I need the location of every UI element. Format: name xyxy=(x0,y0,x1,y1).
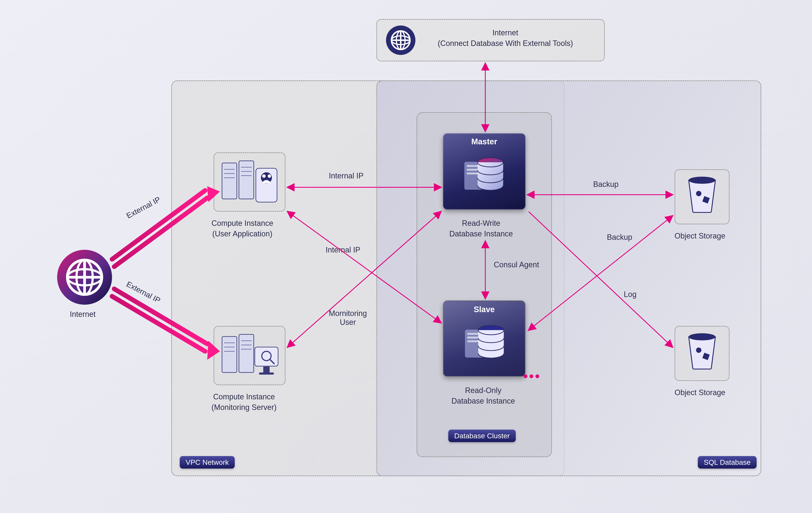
storage-bucket-icon xyxy=(682,330,722,375)
object-storage-top-caption: Object Storage xyxy=(674,231,725,241)
object-storage-bottom-caption: Object Storage xyxy=(674,387,725,398)
database-icon xyxy=(462,154,509,200)
internal-ip-label-1: Internal IP xyxy=(329,171,364,180)
svg-point-34 xyxy=(262,174,266,178)
text: Object Storage xyxy=(674,231,725,241)
svg-rect-9 xyxy=(467,340,478,342)
diagram-stage: Master Slave xyxy=(0,0,812,513)
svg-point-5 xyxy=(478,158,503,167)
svg-point-35 xyxy=(268,174,271,178)
svg-rect-7 xyxy=(467,333,478,335)
text: Internet xyxy=(70,309,95,320)
sql-database-badge: SQL Database xyxy=(698,456,757,468)
text: (Monitoring Server) xyxy=(211,402,277,413)
external-ip-label-1: External IP xyxy=(125,195,162,220)
compute-app-caption: Compute Instance (User Application) xyxy=(211,218,273,239)
svg-rect-24 xyxy=(222,163,237,199)
internal-ip-label-2: Internal IP xyxy=(326,245,360,254)
external-ip-label-2: External IP xyxy=(125,279,162,305)
svg-rect-1 xyxy=(467,165,478,167)
readwrite-caption: Read-Write Database Instance xyxy=(450,218,513,239)
server-rack-monitor-icon xyxy=(218,330,281,381)
ellipsis-more-icon xyxy=(524,374,539,378)
text: Database Instance xyxy=(450,228,513,239)
text: Compute Instance xyxy=(211,218,273,228)
master-title: Master xyxy=(443,137,525,146)
text: (User Application) xyxy=(211,228,273,239)
svg-rect-37 xyxy=(239,334,254,373)
svg-rect-3 xyxy=(467,172,478,174)
database-cluster-badge: Database Cluster xyxy=(448,430,516,442)
svg-rect-8 xyxy=(467,337,478,339)
database-icon xyxy=(463,321,510,368)
text: Read-Only xyxy=(452,385,515,396)
globe-icon xyxy=(385,24,416,56)
text: User xyxy=(329,318,367,327)
svg-point-49 xyxy=(689,177,715,184)
svg-point-52 xyxy=(689,333,715,341)
svg-rect-0 xyxy=(464,162,483,190)
internet-caption: Internet xyxy=(70,309,95,320)
master-db-panel: Master xyxy=(443,133,525,210)
backup-label-1: Backup xyxy=(593,180,618,189)
svg-point-50 xyxy=(696,191,701,196)
svg-rect-25 xyxy=(239,161,254,199)
text: (Connect Database With External Tools) xyxy=(438,38,573,49)
svg-point-4 xyxy=(478,158,503,167)
server-rack-icon xyxy=(218,157,281,208)
storage-bucket-icon xyxy=(682,173,722,218)
log-label: Log xyxy=(624,290,637,299)
text: Compute Instance xyxy=(211,392,277,402)
backup-label-2: Backup xyxy=(607,233,632,242)
svg-rect-2 xyxy=(467,169,478,171)
compute-mon-caption: Compute Instance (Monitoring Server) xyxy=(211,392,277,413)
slave-title: Slave xyxy=(444,305,525,314)
svg-rect-46 xyxy=(259,373,274,375)
readonly-caption: Read-Only Database Instance xyxy=(452,385,515,407)
consul-agent-label: Consul Agent xyxy=(494,260,539,269)
text: Internet xyxy=(438,28,573,38)
globe-icon xyxy=(55,248,114,307)
svg-rect-45 xyxy=(263,367,270,373)
text: Database Instance xyxy=(452,396,515,406)
slave-db-panel: Slave xyxy=(443,300,525,377)
internet-external-tools-caption: Internet (Connect Database With External… xyxy=(438,28,573,49)
svg-rect-36 xyxy=(222,336,237,373)
text: Mornitoring xyxy=(329,309,367,318)
vpc-network-badge: VPC Network xyxy=(180,456,235,468)
text: Read-Write xyxy=(450,218,513,228)
monitoring-user-label: Mornitoring User xyxy=(329,309,367,327)
svg-point-53 xyxy=(696,348,701,353)
text: Object Storage xyxy=(674,387,725,398)
